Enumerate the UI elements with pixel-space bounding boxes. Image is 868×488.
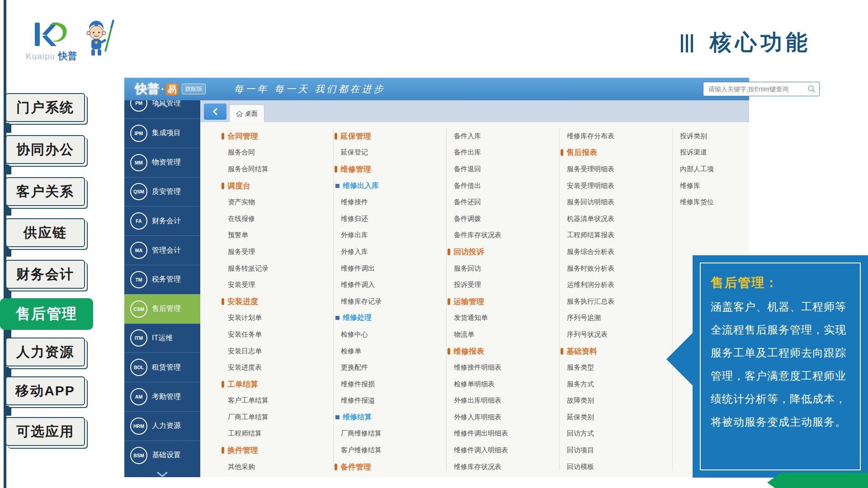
menu-item[interactable]: 安装受理明细表 bbox=[561, 178, 669, 194]
sidebar-item[interactable]: 可选应用 bbox=[5, 417, 85, 446]
menu-item[interactable]: 售后报表 bbox=[561, 145, 669, 161]
menu-item[interactable]: 维修出入库 bbox=[335, 178, 443, 194]
menu-item[interactable]: 换件管理 bbox=[222, 442, 330, 459]
search-icon[interactable] bbox=[807, 85, 816, 93]
menu-item[interactable]: 服务方式 bbox=[561, 376, 669, 393]
menu-item[interactable]: 维修库存记录 bbox=[335, 293, 443, 310]
menu-item[interactable]: 内部人工项 bbox=[674, 161, 746, 178]
menu-item[interactable]: 服务综合分析表 bbox=[561, 244, 669, 260]
menu-item[interactable]: 检修单明细表 bbox=[448, 376, 556, 393]
menu-item[interactable]: 维修管理 bbox=[335, 161, 443, 178]
menu-item[interactable]: 备件库存状况表 bbox=[448, 227, 556, 244]
menu-item[interactable]: 发货通知单 bbox=[448, 310, 556, 327]
menu-item[interactable]: 资产实物 bbox=[222, 194, 330, 211]
menu-item[interactable]: 维修件调入 bbox=[335, 277, 443, 293]
nav-item[interactable]: TM 税务管理 bbox=[124, 265, 200, 294]
menu-item[interactable]: 外修入库 bbox=[335, 244, 443, 260]
nav-item[interactable]: AM 考勤管理 bbox=[124, 382, 200, 411]
menu-item[interactable]: 更换配件 bbox=[335, 359, 443, 376]
menu-item[interactable]: 安装日志单 bbox=[222, 343, 330, 360]
nav-item[interactable]: QSM 质安管理 bbox=[124, 177, 200, 206]
nav-item[interactable]: MA 管理会计 bbox=[124, 235, 200, 265]
menu-item[interactable]: 厂商维修结算 bbox=[335, 426, 443, 442]
menu-item[interactable]: 回访项目 bbox=[561, 442, 669, 459]
menu-item[interactable]: 备件出库 bbox=[448, 145, 556, 161]
menu-item[interactable]: 预警单 bbox=[222, 227, 330, 244]
menu-item[interactable]: 维修处理 bbox=[335, 310, 443, 327]
menu-item[interactable]: 运输管理 bbox=[448, 293, 556, 310]
nav-item[interactable]: MM 物资管理 bbox=[124, 148, 200, 177]
menu-item[interactable]: 外修入库明细表 bbox=[448, 409, 556, 426]
menu-item[interactable]: 维修库 bbox=[674, 178, 746, 194]
menu-item[interactable]: 服务合同 bbox=[222, 145, 330, 161]
menu-item[interactable]: 检修中心 bbox=[335, 326, 443, 343]
back-button[interactable] bbox=[204, 103, 226, 120]
menu-item[interactable]: 延保类别 bbox=[561, 409, 669, 426]
sidebar-item[interactable]: 移动APP bbox=[5, 376, 85, 405]
menu-item[interactable]: 安装任务单 bbox=[222, 326, 330, 343]
menu-item[interactable]: 运维利润分析表 bbox=[561, 277, 669, 293]
sidebar-item[interactable]: 售后管理 bbox=[0, 298, 93, 330]
menu-item[interactable]: 工单结算 bbox=[222, 376, 330, 393]
menu-item[interactable]: 回访模板 bbox=[561, 459, 669, 475]
menu-item[interactable]: 维修件报损 bbox=[335, 376, 443, 393]
menu-item[interactable]: 投诉渠道 bbox=[674, 145, 746, 161]
menu-item[interactable]: 维修接件 bbox=[335, 194, 443, 211]
sidebar-item[interactable]: 协同办公 bbox=[5, 135, 85, 164]
menu-item[interactable]: 服务受理 bbox=[222, 244, 330, 260]
menu-item[interactable]: 调度台 bbox=[222, 178, 330, 194]
tab-desktop[interactable]: 桌面 bbox=[229, 104, 264, 122]
list-icon[interactable] bbox=[832, 83, 844, 94]
menu-item[interactable]: 维修报表 bbox=[448, 343, 556, 360]
menu-item[interactable]: 安装进度 bbox=[222, 293, 330, 310]
menu-item[interactable]: 维修接件明细表 bbox=[448, 359, 556, 376]
menu-item[interactable]: 服务回访 bbox=[448, 260, 556, 277]
menu-item[interactable]: 维修件调出 bbox=[335, 260, 443, 277]
menu-item[interactable]: 备件退回 bbox=[448, 161, 556, 178]
menu-item[interactable]: 延保登记 bbox=[335, 145, 443, 161]
sidebar-item[interactable]: 人力资源 bbox=[5, 338, 85, 366]
menu-item[interactable]: 服务合同结算 bbox=[222, 161, 330, 178]
menu-item[interactable]: 维修库存分布表 bbox=[561, 128, 669, 145]
menu-item[interactable]: 备件借出 bbox=[448, 178, 556, 194]
menu-item[interactable]: 检修单 bbox=[335, 343, 443, 360]
menu-item[interactable]: 机器清单状况表 bbox=[561, 211, 669, 227]
nav-item[interactable]: HRM 人力资源 bbox=[124, 411, 200, 441]
menu-item[interactable]: 服务回访明细表 bbox=[561, 194, 669, 211]
menu-item[interactable]: 维修件调入明细表 bbox=[448, 442, 556, 459]
menu-item[interactable]: 序列号状况表 bbox=[561, 326, 669, 343]
menu-item[interactable]: 备件调拨 bbox=[448, 211, 556, 227]
menu-item[interactable]: 维修库货位 bbox=[674, 194, 746, 211]
menu-item[interactable]: 回访方式 bbox=[561, 426, 669, 442]
menu-item[interactable]: 备件入库 bbox=[448, 128, 556, 145]
menu-item[interactable]: 投诉类别 bbox=[674, 128, 746, 145]
speaker-icon[interactable] bbox=[856, 83, 868, 94]
nav-item[interactable]: CSM 售后管理 bbox=[124, 294, 200, 324]
menu-item[interactable]: 工程师结算 bbox=[222, 426, 330, 442]
menu-item[interactable]: 安装进度表 bbox=[222, 359, 330, 376]
nav-scroll-down[interactable] bbox=[124, 471, 200, 477]
nav-item[interactable]: BSM 基础设置 bbox=[124, 441, 200, 470]
menu-item[interactable]: 投诉受理 bbox=[448, 277, 556, 293]
menu-item[interactable]: 厂商工单结算 bbox=[222, 409, 330, 426]
menu-item[interactable]: 维修库存状况表 bbox=[448, 459, 556, 475]
menu-item[interactable]: 外修出库明细表 bbox=[448, 393, 556, 409]
menu-item[interactable]: 备件还回 bbox=[448, 194, 556, 211]
menu-item[interactable]: 客户工单结算 bbox=[222, 393, 330, 409]
menu-item[interactable]: 合同管理 bbox=[222, 128, 330, 145]
menu-item[interactable]: 客户维修结算 bbox=[335, 442, 443, 459]
menu-item[interactable]: 物流单 bbox=[448, 326, 556, 343]
sidebar-item[interactable]: 客户关系 bbox=[5, 177, 85, 206]
nav-item[interactable]: ITM IT运维 bbox=[124, 324, 200, 353]
nav-item[interactable]: FA 财务会计 bbox=[124, 206, 200, 235]
menu-item[interactable]: 维修归还 bbox=[335, 211, 443, 227]
menu-item[interactable]: 服务转派记录 bbox=[222, 260, 330, 277]
menu-item[interactable]: 其他采购 bbox=[222, 459, 330, 475]
menu-item[interactable]: 延保管理 bbox=[335, 128, 443, 145]
menu-item[interactable]: 回访投诉 bbox=[448, 244, 556, 260]
nav-scroll-up[interactable] bbox=[124, 101, 200, 109]
menu-item[interactable]: 备件管理 bbox=[335, 459, 443, 475]
menu-item[interactable]: 在线报修 bbox=[222, 211, 330, 227]
menu-item[interactable]: 服务受理明细表 bbox=[561, 161, 669, 178]
menu-item[interactable]: 基础资料 bbox=[561, 343, 669, 360]
